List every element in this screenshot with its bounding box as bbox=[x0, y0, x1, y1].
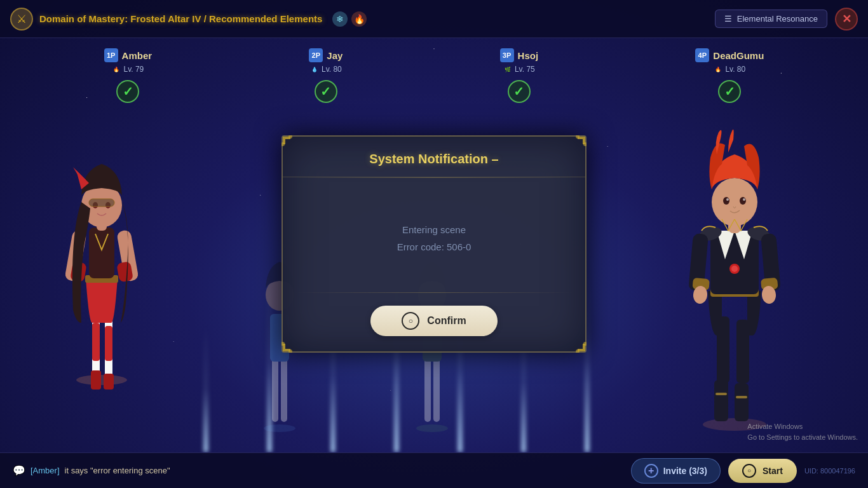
modal-title: System Notification – bbox=[298, 152, 570, 166]
system-notification-modal: System Notification – Entering scene Err… bbox=[281, 135, 587, 353]
modal-message: Entering scene Error code: 506-0 bbox=[397, 221, 471, 255]
corner-decoration-tl bbox=[281, 135, 297, 151]
modal-footer: ○ Confirm bbox=[283, 293, 585, 351]
modal-line-2: Error code: 506-0 bbox=[397, 238, 471, 255]
modal-body: Entering scene Error code: 506-0 bbox=[283, 178, 585, 292]
modal-header: System Notification – bbox=[283, 137, 585, 177]
confirm-button-icon: ○ bbox=[402, 312, 419, 330]
corner-decoration-br bbox=[571, 337, 587, 353]
corner-decoration-tr bbox=[571, 135, 587, 151]
modal-line-1: Entering scene bbox=[397, 221, 471, 238]
modal-overlay: System Notification – Entering scene Err… bbox=[0, 0, 868, 488]
corner-decoration-bl bbox=[281, 337, 297, 353]
confirm-button[interactable]: ○ Confirm bbox=[370, 306, 498, 336]
confirm-button-label: Confirm bbox=[427, 315, 466, 327]
